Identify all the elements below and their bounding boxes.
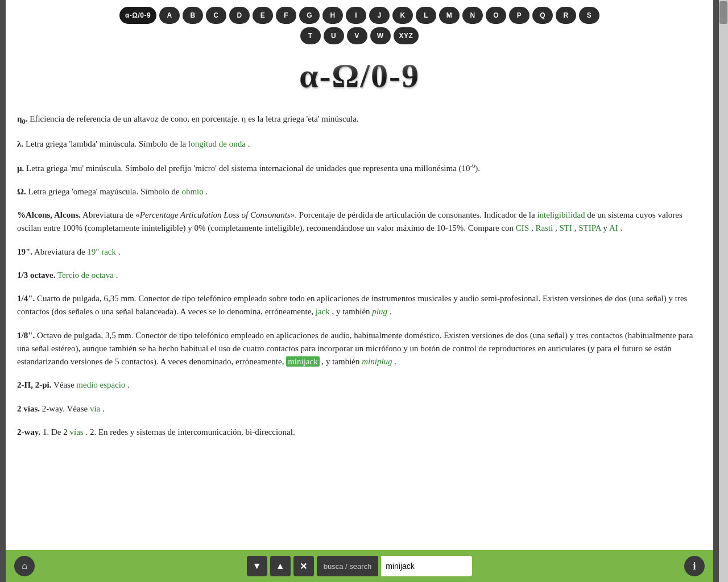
link-rasti[interactable]: Rasti bbox=[535, 223, 553, 232]
home-icon: ⌂ bbox=[22, 561, 27, 571]
link-sti[interactable]: STI bbox=[560, 223, 573, 232]
nav-btn-v[interactable]: V bbox=[347, 27, 367, 44]
nav-btn-l[interactable]: L bbox=[416, 7, 436, 24]
nav-btn-h[interactable]: H bbox=[322, 7, 343, 24]
text-1-4-end: . bbox=[390, 307, 392, 316]
entry-19inch: 19". Abreviatura de 19" rack . bbox=[17, 246, 696, 259]
toolbar-center: ▼ ▲ ✕ busca / search bbox=[247, 556, 473, 576]
search-input[interactable] bbox=[381, 556, 472, 576]
nav-btn-u[interactable]: U bbox=[324, 27, 344, 44]
nav-btn-alpha-omega[interactable]: α-Ω/0-9 bbox=[119, 7, 156, 24]
term-1-3-octave: 1/3 octave. bbox=[17, 271, 55, 280]
nav-btn-a[interactable]: A bbox=[159, 7, 180, 24]
entry-1-4: 1/4". Cuarto de pulgada, 6,35 mm. Conect… bbox=[17, 292, 696, 319]
entry-2way: 2-way. 1. De 2 vías . 2. En redes y sist… bbox=[17, 426, 696, 439]
term-omega: Ω. bbox=[17, 187, 26, 196]
term-alcons: %Alcons, Alcons. bbox=[17, 210, 81, 219]
nav-btn-t[interactable]: T bbox=[300, 27, 321, 44]
term-eta: η0. bbox=[17, 114, 28, 123]
text-omega-end: . bbox=[206, 187, 208, 196]
clear-search-button[interactable]: ✕ bbox=[293, 556, 314, 576]
toolbar-right: i bbox=[684, 556, 705, 576]
info-button[interactable]: i bbox=[684, 556, 705, 576]
nav-btn-i[interactable]: I bbox=[346, 7, 366, 24]
link-via[interactable]: vía bbox=[90, 404, 100, 413]
text-eta: Eficiencia de referencia de un altavoz d… bbox=[30, 114, 358, 123]
info-icon: i bbox=[693, 560, 696, 572]
link-cis[interactable]: CIS bbox=[516, 223, 529, 232]
nav-btn-m[interactable]: M bbox=[439, 7, 460, 24]
scroll-down-button[interactable]: ▼ bbox=[247, 556, 267, 576]
entry-lambda: λ. Letra griega 'lambda' minúscula. Símb… bbox=[17, 138, 696, 151]
term-19inch: 19". bbox=[17, 247, 32, 256]
text-alcons-end: . bbox=[621, 223, 623, 232]
home-button[interactable]: ⌂ bbox=[14, 556, 35, 576]
nav-btn-b[interactable]: B bbox=[183, 7, 203, 24]
scroll-thumb[interactable] bbox=[719, 1, 727, 24]
term-2way: 2-way. bbox=[17, 427, 40, 436]
link-tercio-octava[interactable]: Tercio de octava bbox=[57, 271, 114, 280]
nav-btn-q[interactable]: Q bbox=[532, 7, 553, 24]
link-jack[interactable]: jack bbox=[316, 307, 330, 316]
nav-btn-w[interactable]: W bbox=[370, 27, 391, 44]
link-ai[interactable]: AI bbox=[609, 223, 618, 232]
page-title: α-Ω/0-9 bbox=[6, 56, 713, 95]
nav-btn-j[interactable]: J bbox=[369, 7, 390, 24]
text-2vias: 2-way. Véase bbox=[42, 404, 90, 413]
nav-row-2: T U V W XYZ bbox=[11, 27, 708, 44]
link-miniplug[interactable]: miniplug bbox=[362, 357, 392, 366]
nav-btn-n[interactable]: N bbox=[462, 7, 483, 24]
link-medio-espacio[interactable]: medio espacio bbox=[76, 380, 125, 389]
nav-btn-f[interactable]: F bbox=[276, 7, 296, 24]
link-vias[interactable]: vías bbox=[70, 427, 84, 436]
nav-btn-k[interactable]: K bbox=[392, 7, 413, 24]
link-inteligibilidad[interactable]: inteligibilidad bbox=[537, 210, 585, 219]
link-plug[interactable]: plug bbox=[372, 307, 387, 316]
text-1-8-end: . bbox=[394, 357, 396, 366]
text-2pi: Véase bbox=[53, 380, 76, 389]
entry-mu: μ. Letra griega 'mu' minúscula. Símbolo … bbox=[17, 161, 696, 175]
text-1-4-2: , y también bbox=[332, 307, 373, 316]
term-2vias: 2 vías. bbox=[17, 404, 40, 413]
nav-row-1: α-Ω/0-9 A B C D E F G H I J K L M N O P … bbox=[11, 7, 708, 24]
nav-btn-e[interactable]: E bbox=[253, 7, 273, 24]
entry-alcons: %Alcons, Alcons. Abreviatura de «Percent… bbox=[17, 209, 696, 235]
link-longitud-de-onda[interactable]: longitud de onda bbox=[188, 139, 246, 148]
nav-btn-g[interactable]: G bbox=[299, 7, 320, 24]
term-lambda: λ. bbox=[17, 139, 23, 148]
nav-btn-s[interactable]: S bbox=[579, 7, 599, 24]
scroll-up-button[interactable]: ▲ bbox=[270, 556, 291, 576]
text-mu: Letra griega 'mu' minúscula. Símbolo del… bbox=[26, 164, 480, 173]
highlight-minijack: minijack bbox=[286, 356, 320, 367]
page-title-section: α-Ω/0-9 bbox=[6, 48, 713, 107]
bottom-toolbar: ⌂ ▼ ▲ ✕ busca / search i bbox=[6, 550, 713, 582]
link-19rack[interactable]: 19" rack bbox=[87, 247, 116, 256]
chevron-down-icon: ▼ bbox=[253, 561, 262, 571]
nav-btn-c[interactable]: C bbox=[206, 7, 226, 24]
entry-2vias: 2 vías. 2-way. Véase vía . bbox=[17, 402, 696, 415]
search-label: busca / search bbox=[317, 556, 379, 576]
nav-btn-p[interactable]: P bbox=[509, 7, 530, 24]
nav-btn-o[interactable]: O bbox=[486, 7, 506, 24]
text-2pi-end: . bbox=[127, 380, 130, 389]
text-2vias-end: . bbox=[102, 404, 105, 413]
text-1-3-end: . bbox=[116, 271, 118, 280]
text-alcons-1: Abreviatura de «Percentage Articulation … bbox=[82, 210, 537, 219]
nav-btn-r[interactable]: R bbox=[556, 7, 576, 24]
text-2way-1: 1. De 2 bbox=[43, 427, 70, 436]
close-icon: ✕ bbox=[300, 561, 307, 572]
entry-eta: η0. Eficiencia de referencia de un altav… bbox=[17, 113, 696, 127]
text-19inch: Abreviatura de bbox=[34, 247, 87, 256]
term-2pi: 2-Π, 2-pi. bbox=[17, 380, 51, 389]
link-stipa[interactable]: STIPA bbox=[578, 223, 601, 232]
link-ohmio[interactable]: ohmio bbox=[181, 187, 203, 196]
text-omega: Letra griega 'omega' mayúscula. Símbolo … bbox=[28, 187, 182, 196]
term-1-4: 1/4". bbox=[17, 294, 35, 303]
chevron-up-icon: ▲ bbox=[276, 561, 285, 571]
nav-btn-d[interactable]: D bbox=[229, 7, 250, 24]
sep-4: y bbox=[603, 223, 609, 232]
nav-btn-xyz[interactable]: XYZ bbox=[394, 27, 419, 44]
text-1-8-2: , y también bbox=[321, 357, 362, 366]
text-lambda-end: . bbox=[248, 139, 250, 148]
scrollbar[interactable] bbox=[719, 0, 728, 582]
